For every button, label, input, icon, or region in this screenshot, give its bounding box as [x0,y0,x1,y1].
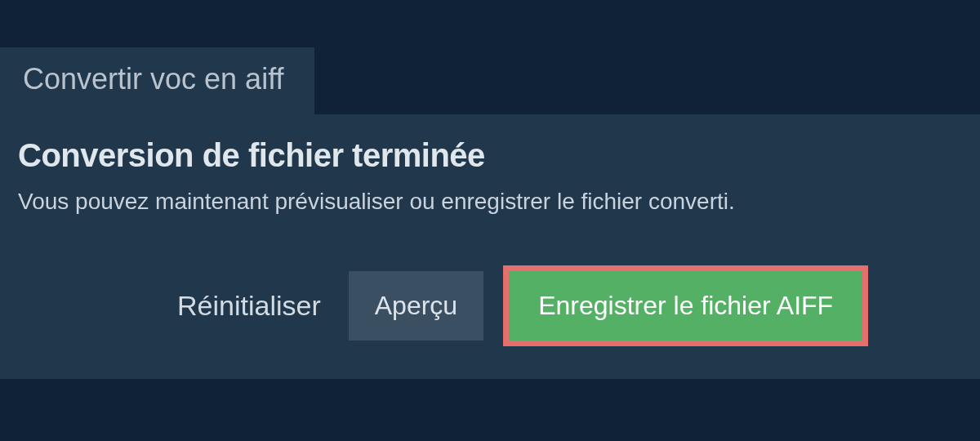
preview-button[interactable]: Aperçu [349,271,483,341]
panel-title: Conversion de fichier terminée [18,137,962,174]
tab-bar: Convertir voc en aiff [0,47,980,114]
conversion-panel: Conversion de fichier terminée Vous pouv… [0,114,980,379]
converter-page: Convertir voc en aiff Conversion de fich… [0,0,980,379]
tab-convert[interactable]: Convertir voc en aiff [0,47,314,114]
save-button[interactable]: Enregistrer le fichier AIFF [509,271,862,341]
panel-description: Vous pouvez maintenant prévisualiser ou … [18,189,962,215]
reset-link[interactable]: Réinitialiser [177,290,329,322]
save-button-highlight: Enregistrer le fichier AIFF [503,265,868,346]
tab-label: Convertir voc en aiff [23,62,283,96]
action-row: Réinitialiser Aperçu Enregistrer le fich… [18,265,962,346]
